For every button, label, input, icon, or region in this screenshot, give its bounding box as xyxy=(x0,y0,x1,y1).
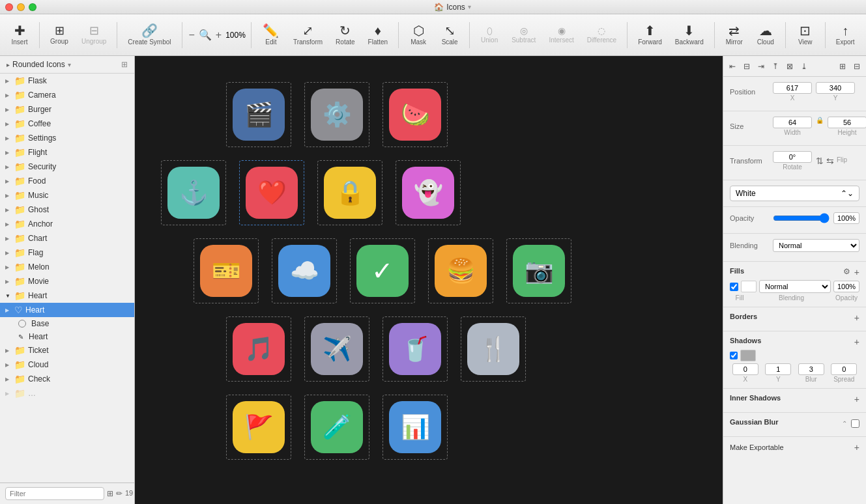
shadow-y-input[interactable] xyxy=(765,363,791,375)
sidebar-item-heart-selected[interactable]: ▶ ♡ Heart xyxy=(0,303,134,317)
mask-button[interactable]: ⬡ Mask xyxy=(404,21,433,48)
x-input[interactable] xyxy=(773,82,812,94)
zoom-plus[interactable]: + xyxy=(214,29,223,41)
icon-cell-melon[interactable]: 🍉 xyxy=(382,82,448,147)
lock-proportions-icon[interactable]: 🔒 xyxy=(816,117,824,136)
sidebar-item-melon[interactable]: ▶ 📁 Melon xyxy=(0,260,134,274)
scale-button[interactable]: ⤡ Scale xyxy=(435,21,464,48)
icon-cell-chart[interactable]: 📊 xyxy=(382,395,448,460)
icon-cell-food[interactable]: 🍴 xyxy=(461,316,526,382)
rotate-input[interactable] xyxy=(773,151,812,163)
sidebar-item-anchor[interactable]: ▶ 📁 Anchor xyxy=(0,217,134,231)
sidebar-layout-icon[interactable]: ⊞ xyxy=(121,60,128,69)
zoom-minus[interactable]: − xyxy=(188,29,196,41)
flip-h-button[interactable]: ⇅ xyxy=(816,156,824,166)
transform-button[interactable]: ⤢ Transform xyxy=(288,21,328,48)
backward-button[interactable]: ⬇ Backward xyxy=(670,21,709,48)
close-button[interactable] xyxy=(5,3,13,11)
flatten-button[interactable]: ♦ Flatten xyxy=(363,21,394,48)
sidebar-item-coffee[interactable]: ▶ 📁 Coffee xyxy=(0,117,134,131)
fill-opacity-input[interactable] xyxy=(833,281,859,292)
align-center-h-btn[interactable]: ⊟ xyxy=(740,60,753,73)
fills-gear-icon[interactable]: ⚙ xyxy=(843,267,850,277)
ungroup-button[interactable]: ⊟ Ungroup xyxy=(76,22,111,48)
shadow-x-input[interactable] xyxy=(732,363,758,375)
width-input[interactable] xyxy=(773,117,812,128)
icon-cell-music[interactable]: 🎵 xyxy=(226,316,291,382)
union-button[interactable]: ⬯ Union xyxy=(475,23,504,46)
borders-add-button[interactable]: + xyxy=(854,313,859,323)
icon-cell-heart[interactable]: ❤️ xyxy=(239,160,304,225)
align-right-btn[interactable]: ⇥ xyxy=(755,60,768,73)
sidebar-item-flight[interactable]: ▶ 📁 Flight xyxy=(0,145,134,160)
fills-add-button[interactable]: + xyxy=(854,267,859,277)
forward-button[interactable]: ⬆ Forward xyxy=(633,21,667,48)
fill-color-swatch[interactable] xyxy=(741,281,757,292)
fill-checkbox[interactable] xyxy=(730,283,738,291)
icon-cell-film[interactable]: 🎬 xyxy=(226,82,291,147)
difference-button[interactable]: ◌ Difference xyxy=(582,23,622,46)
flip-v-button[interactable]: ⇆ xyxy=(826,156,834,166)
icon-cell-camera[interactable]: 📷 xyxy=(506,238,571,303)
make-exportable-add-button[interactable]: + xyxy=(854,442,859,453)
gaussian-blur-checkbox[interactable] xyxy=(851,419,859,428)
view-button[interactable]: ⊡ View xyxy=(791,21,820,48)
maximize-button[interactable] xyxy=(29,3,36,11)
insert-button[interactable]: ✚ Insert xyxy=(5,21,34,48)
shadows-add-button[interactable]: + xyxy=(854,337,859,347)
layers-icon[interactable]: ⊞ xyxy=(107,489,113,498)
shadow-blur-input[interactable] xyxy=(798,363,824,375)
icon-cell-settings[interactable]: ⚙️ xyxy=(304,82,369,147)
minimize-button[interactable] xyxy=(17,3,25,11)
edit-icon[interactable]: ✏ xyxy=(116,489,123,498)
dist-h-btn[interactable]: ⊞ xyxy=(836,60,849,73)
sidebar-item-flask[interactable]: ▶ 📁 Flask xyxy=(0,74,134,88)
sidebar-sub-item-base[interactable]: Base xyxy=(0,317,134,330)
align-bottom-btn[interactable]: ⤓ xyxy=(798,60,811,73)
shadow-color-swatch[interactable] xyxy=(740,350,756,361)
sidebar-item-ghost[interactable]: ▶ 📁 Ghost xyxy=(0,203,134,217)
icon-cell-check[interactable]: ✓ xyxy=(350,238,415,303)
edit-button[interactable]: ✏️ Edit xyxy=(257,21,285,48)
sidebar-sub-item-heart[interactable]: ✎ Heart xyxy=(0,330,134,343)
sidebar-item-food[interactable]: ▶ 📁 Food xyxy=(0,174,134,188)
sidebar-item-check[interactable]: ▶ 📁 Check xyxy=(0,372,134,386)
rotate-button[interactable]: ↻ Rotate xyxy=(330,21,360,48)
icon-cell-flight[interactable]: ✈️ xyxy=(304,316,369,382)
sidebar-item-burger[interactable]: ▶ 📁 Burger xyxy=(0,102,134,117)
align-left-btn[interactable]: ⇤ xyxy=(726,60,739,73)
height-input[interactable] xyxy=(828,117,866,128)
mirror-button[interactable]: ⇄ Mirror xyxy=(720,21,749,48)
icon-cell-flag[interactable]: 🚩 xyxy=(226,395,291,460)
icon-cell-lock[interactable]: 🔒 xyxy=(317,160,382,225)
blending-select[interactable]: Normal xyxy=(773,239,859,252)
fill-blending-select[interactable]: Normal xyxy=(759,280,831,293)
y-input[interactable] xyxy=(816,82,855,94)
icon-cell-burger[interactable]: 🍔 xyxy=(428,238,493,303)
icon-cell-anchor[interactable]: ⚓ xyxy=(161,160,226,225)
create-symbol-button[interactable]: 🔗 Create Symbol xyxy=(123,21,176,48)
shadow-spread-input[interactable] xyxy=(831,363,857,375)
sidebar-item-camera[interactable]: ▶ 📁 Camera xyxy=(0,88,134,102)
sidebar-item-flag[interactable]: ▶ 📁 Flag xyxy=(0,245,134,260)
export-button[interactable]: ↑ Export xyxy=(831,21,860,48)
sidebar-item-heart-group[interactable]: ▼ 📁 Heart xyxy=(0,288,134,303)
zoom-control[interactable]: − 🔍 + xyxy=(188,29,224,41)
filter-input[interactable] xyxy=(5,487,104,500)
sidebar-item-cloud[interactable]: ▶ 📁 Cloud xyxy=(0,357,134,372)
sidebar-item-security[interactable]: ▶ 📁 Security xyxy=(0,160,134,174)
shadow-checkbox[interactable] xyxy=(730,352,738,359)
icon-cell-flask[interactable]: 🧪 xyxy=(304,395,369,460)
color-selector[interactable]: White ⌃⌄ xyxy=(730,186,859,201)
align-center-v-btn[interactable]: ⊠ xyxy=(783,60,796,73)
sidebar-item-ticket[interactable]: ▶ 📁 Ticket xyxy=(0,343,134,357)
icon-cell-coffee[interactable]: 🥤 xyxy=(382,316,448,382)
subtract-button[interactable]: ◎ Subtract xyxy=(506,23,541,46)
icon-cell-ghost[interactable]: 👻 xyxy=(396,160,461,225)
icon-cell-cloud[interactable]: ☁️ xyxy=(272,238,337,303)
opacity-slider[interactable] xyxy=(773,213,830,223)
opacity-input[interactable] xyxy=(833,212,859,224)
icon-cell-ticket[interactable]: 🎫 xyxy=(194,238,259,303)
dist-v-btn[interactable]: ⊟ xyxy=(850,60,863,73)
cloud-button[interactable]: ☁ Cloud xyxy=(751,21,780,48)
